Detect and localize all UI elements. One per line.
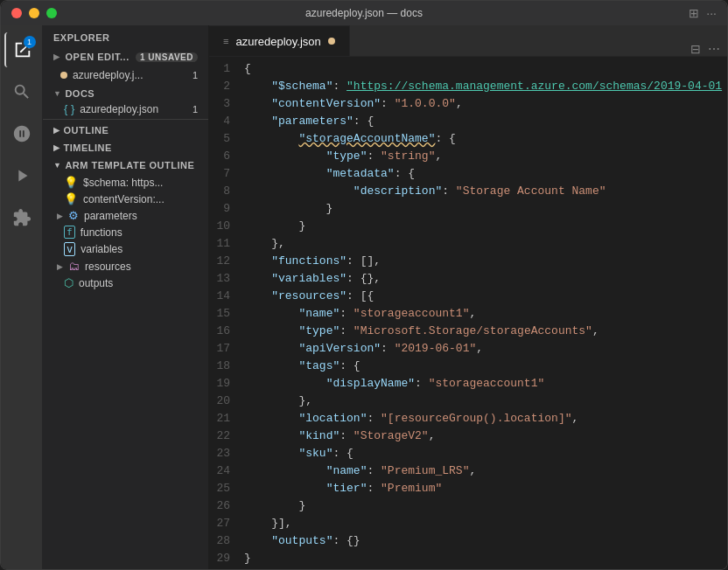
line-content: "parameters": { [244,113,727,130]
line-content: "tags": { [244,358,727,375]
arm-item-functions[interactable]: f functions [43,224,208,240]
line-content: } [244,550,727,567]
line-number: 16 [209,323,244,340]
line-content: "location": "[resourceGroup().location]"… [244,410,727,428]
line-number: 18 [209,358,244,375]
close-button[interactable] [11,8,22,18]
code-line: 22 "kind": "StorageV2", [209,428,727,445]
open-file-azuredeploy[interactable]: azuredeploy.j... 1 [43,67,208,83]
outline-section[interactable]: ▶ OUTLINE [43,122,208,139]
code-line: 11 }, [209,235,727,253]
line-number: 12 [209,253,244,270]
var-icon: v [64,242,75,256]
resources-chevron: ▶ [57,262,63,271]
arm-outline-section[interactable]: ▼ ARM TEMPLATE OUTLINE [43,156,208,174]
arm-item-parameters[interactable]: ▶ ⚙ parameters [43,207,208,224]
editor-tab-azuredeploy[interactable]: ≡ azuredeploy.json [209,25,350,56]
parameters-chevron: ▶ [57,212,63,220]
line-content: "storageAccountName": { [244,130,727,148]
line-number: 23 [209,445,244,462]
tab-modified-dot [328,38,335,45]
code-line: 29} [209,550,727,567]
code-line: 26 } [209,497,727,515]
line-content: "variables": {}, [244,270,727,288]
line-content: { [244,60,727,78]
title-bar: azuredeploy.json — docs ⊞ ··· [1,1,727,25]
line-number: 21 [209,410,244,428]
arm-item-outputs[interactable]: ⬡ outputs [43,275,208,291]
arm-item-schema[interactable]: 💡 $schema: https... [43,174,208,191]
line-content: }, [244,235,727,253]
timeline-chevron: ▶ [53,143,60,152]
minimize-button[interactable] [29,8,39,18]
arm-chevron: ▼ [53,161,61,170]
code-line: 1{ [209,60,727,78]
line-content: "sku": { [244,445,727,462]
line-number: 14 [209,288,244,305]
line-content: "metadata": { [244,165,727,183]
line-number: 28 [209,532,244,550]
code-line: 6 "type": "string", [209,148,727,165]
outline-chevron: ▶ [53,126,60,135]
explorer-badge: 1 [24,36,36,48]
modified-dot [60,72,67,79]
arm-item-resources[interactable]: ▶ 🗂 resources [43,258,208,275]
run-activity-icon[interactable] [4,158,39,193]
code-line: 18 "tags": { [209,358,727,375]
split-editor-icon[interactable]: ⊟ [690,42,701,56]
code-line: 3 "contentVersion": "1.0.0.0", [209,95,727,113]
activity-bar: 1 [1,25,43,570]
line-number: 11 [209,235,244,253]
line-number: 10 [209,218,244,235]
open-editors-section[interactable]: ▶ OPEN EDIT... 1 UNSAVED [43,46,208,67]
line-content: }, [244,393,727,410]
docs-section[interactable]: ▼ DOCS [43,83,208,101]
code-line: 25 "tier": "Premium" [209,480,727,497]
explorer-activity-icon[interactable]: 1 [4,32,39,67]
tab-menu-icon: ≡ [223,36,228,46]
source-control-activity-icon[interactable] [4,116,39,151]
code-line: 14 "resources": [{ [209,288,727,305]
line-number: 9 [209,200,244,218]
unsaved-badge: 1 UNSAVED [136,52,198,62]
arm-item-contentversion[interactable]: 💡 contentVersion:... [43,191,208,207]
line-number: 1 [209,60,244,78]
code-line: 5 "storageAccountName": { [209,130,727,148]
line-content: "type": "Microsoft.Storage/storageAccoun… [244,323,727,340]
code-line: 24 "name": "Premium_LRS", [209,462,727,480]
arm-item-variables[interactable]: v variables [43,240,208,258]
code-line: 9 } [209,200,727,218]
editor-actions: ⊟ ⋯ [683,42,727,56]
line-number: 2 [209,78,244,95]
code-line: 21 "location": "[resourceGroup().locatio… [209,410,727,428]
lightbulb-icon: 💡 [64,192,78,205]
extensions-activity-icon[interactable] [4,200,39,235]
maximize-button[interactable] [46,8,57,18]
window-title: azuredeploy.json — docs [305,7,423,19]
line-number: 15 [209,305,244,323]
line-number: 6 [209,148,244,165]
code-editor[interactable]: 1{2 "$schema": "https://schema.managemen… [209,57,727,570]
line-content: "description": "Storage Account Name" [244,183,727,200]
code-line: 8 "description": "Storage Account Name" [209,183,727,200]
line-number: 4 [209,113,244,130]
line-number: 7 [209,165,244,183]
sidebar: EXPLORER ▶ OPEN EDIT... 1 UNSAVED azured… [43,25,209,570]
search-activity-icon[interactable] [4,74,39,109]
output-icon: ⬡ [64,276,74,289]
docs-file-azuredeploy[interactable]: { } azuredeploy.json 1 [43,101,208,117]
timeline-section[interactable]: ▶ TIMELINE [43,139,208,156]
line-content: }], [244,515,727,532]
layout-icon[interactable]: ⊞ [689,6,699,20]
line-content: } [244,497,727,515]
line-number: 8 [209,183,244,200]
line-number: 5 [209,130,244,148]
more-icon[interactable]: ··· [706,6,717,20]
more-actions-icon[interactable]: ⋯ [708,42,720,56]
editor-area: ≡ azuredeploy.json ⊟ ⋯ 1{2 "$schema": "h… [209,25,727,570]
line-number: 22 [209,428,244,445]
line-number: 29 [209,550,244,567]
line-content: "apiVersion": "2019-06-01", [244,340,727,358]
code-line: 2 "$schema": "https://schema.management.… [209,78,727,95]
code-line: 16 "type": "Microsoft.Storage/storageAcc… [209,323,727,340]
